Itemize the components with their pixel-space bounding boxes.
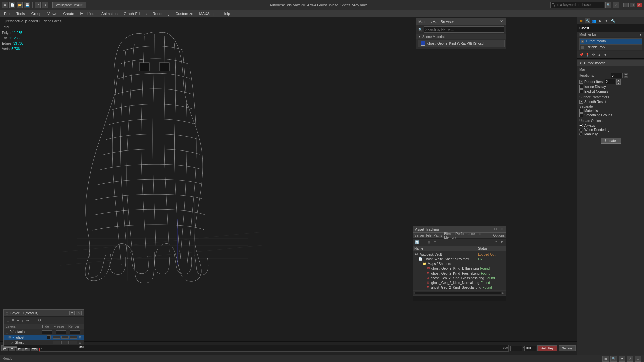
mat-search-input[interactable]: [424, 26, 504, 33]
iterations-input[interactable]: [611, 73, 623, 78]
asset-row-glossiness[interactable]: 🖼 ghost_Geo_2_Kind_Glossiness.png Found: [413, 276, 506, 280]
asset-menu-server[interactable]: Server: [414, 234, 424, 237]
layer-row-default[interactable]: ⊡ 0 (default): [4, 329, 84, 335]
asset-list-btn[interactable]: ☰: [420, 240, 426, 245]
close-btn[interactable]: ✕: [637, 3, 642, 7]
search-btn[interactable]: 🔍: [605, 2, 611, 8]
layer-move-btn[interactable]: →: [25, 318, 30, 323]
asset-row-maps[interactable]: 📁 Maps / Shaders: [413, 261, 506, 266]
layer-expand-btn[interactable]: ⋯: [31, 318, 36, 323]
update-manually-radio[interactable]: [579, 132, 583, 136]
zoom-extent-btn[interactable]: ⊞: [602, 356, 609, 362]
smoothing-groups-checkbox[interactable]: [579, 113, 583, 117]
mod-pin2-icon[interactable]: 📍: [585, 52, 590, 57]
isoline-checkbox[interactable]: [579, 85, 583, 89]
minimize-btn[interactable]: –: [623, 3, 629, 7]
mat-panel-minimize[interactable]: _: [494, 19, 498, 24]
undo-btn[interactable]: ↩: [35, 2, 41, 8]
explicit-normals-checkbox[interactable]: [579, 89, 583, 93]
menu-help[interactable]: Help: [220, 11, 233, 16]
asset-row-fresnel[interactable]: 🖼 ghost_Geo_2_Kind_Fresnel.png Found: [413, 271, 506, 276]
mod-pin-icon[interactable]: 📌: [579, 52, 584, 57]
mat-panel-close[interactable]: ✕: [499, 19, 504, 24]
iterations-up-btn[interactable]: ▲: [624, 73, 628, 75]
save-file-btn[interactable]: 💾: [24, 2, 30, 8]
asset-row-specular[interactable]: 🖼 ghost_Geo_2_Kind_Specular.png Found: [413, 285, 506, 290]
smooth-result-checkbox[interactable]: ✓: [579, 100, 583, 104]
asset-refresh-btn[interactable]: 🔄: [414, 240, 420, 245]
mod-scroll-up-icon[interactable]: ▲: [597, 52, 602, 57]
modifier-item-editablepoly[interactable]: Editable Poly: [579, 44, 642, 50]
app-logo[interactable]: ⚙: [2, 2, 8, 8]
menu-group[interactable]: Group: [29, 11, 44, 16]
update-always-radio[interactable]: [579, 124, 583, 127]
layer-new-btn[interactable]: ⊡: [6, 318, 10, 323]
render-iters-checkbox[interactable]: ✓: [579, 80, 583, 84]
render-iters-input[interactable]: [605, 79, 615, 84]
menu-maxscript[interactable]: MAXScript: [197, 11, 219, 16]
layer-panel-help[interactable]: ?: [69, 311, 75, 315]
menu-views[interactable]: Views: [45, 11, 60, 16]
update-when-rendering-radio[interactable]: [579, 128, 583, 132]
rp-utilities-icon[interactable]: 🔩: [610, 18, 616, 23]
anim-mode-btn[interactable]: Auto Key: [537, 345, 557, 351]
layer-add-obj-btn[interactable]: +: [16, 318, 20, 323]
workspace-dropdown[interactable]: Workspace: Default: [52, 2, 86, 8]
asset-grid-btn[interactable]: ⊞: [426, 240, 432, 245]
menu-rendering[interactable]: Rendering: [150, 11, 172, 16]
layer-scrollbar[interactable]: ▶: [4, 345, 84, 348]
rp-motion-icon[interactable]: ▶: [598, 18, 603, 23]
zoom-btn[interactable]: 🔍: [610, 356, 617, 362]
set-key-btn[interactable]: Set Key: [559, 345, 576, 351]
menu-edit[interactable]: Edit: [1, 11, 13, 16]
asset-row-diffuse[interactable]: 🖼 ghost_Geo_2_Kind_Diffuse.png Found: [413, 266, 506, 271]
asset-detail-btn[interactable]: ≡: [432, 240, 438, 245]
asset-panel-restore[interactable]: □: [493, 227, 498, 231]
open-file-btn[interactable]: 📂: [17, 2, 23, 8]
global-search-input[interactable]: [550, 2, 604, 8]
layer-panel-close[interactable]: ✕: [76, 311, 82, 315]
asset-panel-minimize[interactable]: _: [488, 227, 492, 231]
asset-row-max-file[interactable]: 📄 Ghost_White_Sheet_vray.max Ok: [413, 257, 506, 261]
redo-btn[interactable]: ↪: [42, 2, 48, 8]
render-iters-up-btn[interactable]: ▲: [616, 79, 621, 82]
mod-configure-icon[interactable]: ⚙: [591, 52, 596, 57]
frame-input[interactable]: [510, 346, 522, 351]
menu-customize[interactable]: Customize: [173, 11, 196, 16]
turbosmooth-header[interactable]: ▼ TurboSmooth: [577, 60, 644, 66]
menu-graph-editors[interactable]: Graph Editors: [121, 11, 149, 16]
layer-row-ghost-obj[interactable]: △ Ghost ⊞: [4, 340, 84, 345]
layer-row-ghost[interactable]: ⊡ ● ghost ⊞: [4, 335, 84, 340]
object-name-field[interactable]: Ghost: [577, 24, 644, 32]
asset-help-btn[interactable]: ?: [493, 240, 499, 245]
orbit-btn[interactable]: ↺: [627, 356, 633, 362]
asset-settings-btn[interactable]: ⚙: [499, 240, 505, 245]
asset-menu-bitmap[interactable]: Bitmap Performance and Memory: [444, 232, 491, 239]
layer-delete-btn[interactable]: ✕: [11, 318, 15, 323]
update-btn[interactable]: Update: [601, 138, 621, 144]
mod-scroll-dn-icon[interactable]: ▼: [603, 52, 608, 57]
asset-menu-paths[interactable]: Paths: [434, 234, 442, 237]
modifier-checkbox-editablepoly[interactable]: [581, 46, 584, 49]
total-frames-input[interactable]: [524, 346, 536, 351]
asset-menu-options[interactable]: Options: [493, 234, 505, 237]
menu-modifiers[interactable]: Modifiers: [77, 11, 98, 16]
asset-row-vault[interactable]: 🏛 Autodesk Vault Logged Out: [413, 252, 506, 257]
layer-settings-btn[interactable]: ⚙: [37, 318, 42, 323]
menu-animation[interactable]: Animation: [99, 11, 120, 16]
rp-create-icon[interactable]: ⊕: [579, 18, 584, 23]
pan-btn[interactable]: ✥: [619, 356, 625, 362]
rp-display-icon[interactable]: 👁: [604, 18, 609, 23]
modifier-checkbox-turbosmooth[interactable]: ✓: [581, 40, 584, 43]
rp-hierarchy-icon[interactable]: 👥: [591, 18, 597, 23]
modifier-item-turbosmooth[interactable]: ✓ TurboSmooth: [579, 38, 642, 44]
iterations-down-btn[interactable]: ▼: [624, 76, 628, 78]
new-file-btn[interactable]: 📄: [9, 2, 15, 8]
menu-create[interactable]: Create: [60, 11, 77, 16]
viewport[interactable]: + [Perspective] [Shaded + Edged Faces] T…: [0, 17, 577, 355]
help-btn[interactable]: ?: [613, 2, 619, 8]
render-iters-down-btn[interactable]: ▼: [616, 82, 621, 85]
menu-tools[interactable]: Tools: [14, 11, 28, 16]
material-item[interactable]: ghost_Geo_2_Kind (VRayMtl) [Ghost]: [418, 40, 505, 47]
maximize-viewport-btn[interactable]: □: [635, 356, 641, 362]
